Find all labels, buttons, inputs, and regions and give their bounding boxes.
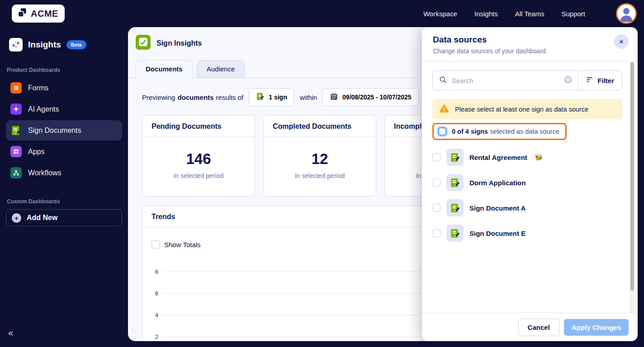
sign-count-label: 1 sign [269, 94, 287, 101]
card-pending-documents: Pending Documents 146 In selected period [142, 115, 255, 197]
sign-doc-icon [446, 149, 464, 166]
sidebar-title: Insights [28, 40, 61, 50]
y-tick: 8 [151, 268, 162, 275]
date-range-button[interactable]: 09/08/2025 - 10/07/2025 [322, 88, 419, 106]
bee-emoji: 🐝 [535, 153, 543, 161]
card-title: Pending Documents [142, 116, 255, 137]
sidebar: Insights Beta Product Dashboards Forms A… [0, 27, 128, 347]
data-sources-panel: Data sources Change data sources of your… [422, 27, 638, 341]
insights-logo-icon [9, 38, 23, 52]
nav-insights[interactable]: Insights [474, 10, 498, 18]
add-new-label: Add New [27, 214, 57, 222]
card-completed-documents: Completed Documents 12 In selected perio… [263, 115, 376, 197]
section-custom-dashboards: Custom Dashboards [7, 198, 122, 205]
sidebar-item-forms[interactable]: Forms [6, 78, 122, 98]
sidebar-item-label: Forms [28, 84, 48, 92]
collapse-sidebar-icon[interactable]: « [8, 328, 13, 338]
date-range-label: 09/08/2025 - 10/07/2025 [342, 94, 412, 101]
scrollbar-thumb[interactable] [630, 62, 634, 291]
drawer-title: Data sources [433, 35, 627, 45]
item-label: Sign Document E [469, 230, 526, 237]
card-subtitle: In selected period [264, 172, 376, 179]
sidebar-item-label: Workflows [28, 169, 62, 177]
sidebar-item-sign-documents[interactable]: Sign Documents [6, 120, 122, 141]
list-item-sign-document-a[interactable]: Sign Document A [432, 195, 622, 220]
sign-doc-icon [446, 199, 464, 216]
sidebar-item-label: Apps [28, 148, 44, 156]
sign-doc-icon [446, 225, 464, 242]
item-label: Dorm Application [469, 179, 526, 187]
info-icon[interactable] [564, 75, 572, 85]
drawer-header: Data sources Change data sources of your… [422, 27, 638, 61]
select-all-row-highlighted: 0 of 4 signs selected as data source [432, 123, 567, 140]
select-all-checkbox[interactable] [438, 127, 446, 136]
warning-icon [439, 103, 449, 115]
filter-icon [586, 76, 593, 85]
drawer-subtitle: Change data sources of your dashboard [433, 47, 627, 55]
search-icon [439, 75, 447, 86]
search-input[interactable] [452, 77, 559, 84]
item-checkbox[interactable] [432, 178, 440, 187]
cancel-button[interactable]: Cancel [518, 319, 559, 336]
selection-count: 0 of 4 signs [452, 128, 488, 135]
item-label: Rental Agreement [469, 154, 527, 161]
sign-documents-icon [10, 125, 22, 136]
forms-icon [10, 82, 22, 94]
workflows-icon [10, 167, 22, 178]
card-value: 12 [264, 150, 376, 168]
acme-logo[interactable]: ACME [12, 5, 65, 23]
warning-text: Please select at least one sign as data … [455, 106, 588, 113]
list-item-sign-document-e[interactable]: Sign Document E [432, 220, 622, 246]
ai-agents-icon [10, 103, 22, 115]
warning-banner: Please select at least one sign as data … [432, 99, 622, 119]
sidebar-item-workflows[interactable]: Workflows [6, 163, 122, 183]
sidebar-item-apps[interactable]: Apps [6, 141, 122, 162]
item-checkbox[interactable] [432, 204, 440, 212]
apps-icon [10, 146, 22, 157]
tab-audience[interactable]: Audience [197, 60, 245, 78]
item-checkbox[interactable] [432, 153, 440, 161]
sidebar-item-ai-agents[interactable]: AI Agents [6, 99, 122, 119]
sidebar-item-label: Sign Documents [28, 127, 81, 135]
sidebar-item-label: AI Agents [28, 105, 59, 113]
card-subtitle: In selected period [142, 172, 255, 179]
nav-all-teams[interactable]: All Teams [515, 10, 545, 18]
y-tick: 4 [151, 312, 162, 319]
selection-text: selected as data source [490, 128, 559, 135]
filter-label: Filter [597, 77, 614, 84]
tab-documents[interactable]: Documents [136, 60, 193, 78]
sidebar-header: Insights Beta [6, 38, 122, 52]
apply-changes-button[interactable]: Apply Changes [564, 319, 629, 336]
list-item-dorm-application[interactable]: Dorm Application [432, 170, 622, 195]
plus-icon: + [12, 213, 21, 223]
scrollbar[interactable] [630, 61, 635, 313]
section-product-dashboards: Product Dashboards [7, 67, 122, 73]
beta-badge: Beta [66, 40, 86, 49]
topbar: ACME Workspace Insights All Teams Suppor… [0, 0, 644, 27]
card-value: 146 [142, 150, 255, 168]
close-icon[interactable]: ✕ [614, 34, 629, 49]
calendar-icon [330, 92, 338, 102]
list-item-rental-agreement[interactable]: Rental Agreement 🐝 [432, 145, 622, 170]
sign-doc-icon [256, 92, 265, 102]
sign-insights-icon [136, 35, 151, 52]
page-title: Sign Insights [156, 39, 202, 47]
show-totals-checkbox[interactable] [152, 240, 160, 249]
filter-button[interactable]: Filter [578, 71, 622, 90]
search-bar: Filter [432, 70, 622, 90]
nav-workspace[interactable]: Workspace [423, 10, 457, 18]
add-new-button[interactable]: + Add New [6, 209, 122, 226]
data-source-list: Rental Agreement 🐝 Dorm Application Sign… [432, 145, 622, 246]
person-icon [617, 3, 635, 24]
nav-support[interactable]: Support [561, 10, 585, 18]
user-avatar[interactable] [616, 3, 637, 24]
item-label: Sign Document A [469, 204, 526, 212]
card-title: Completed Documents [264, 116, 376, 137]
show-totals-label: Show Totals [164, 241, 201, 249]
preview-label: Previewingdocumentsresults of [142, 94, 243, 101]
drawer-body: Filter Please select at least one sign a… [422, 61, 638, 313]
sign-selector-button[interactable]: 1 sign [249, 88, 294, 106]
item-checkbox[interactable] [432, 229, 440, 237]
within-label: within [300, 94, 317, 101]
y-tick: 6 [151, 290, 162, 297]
